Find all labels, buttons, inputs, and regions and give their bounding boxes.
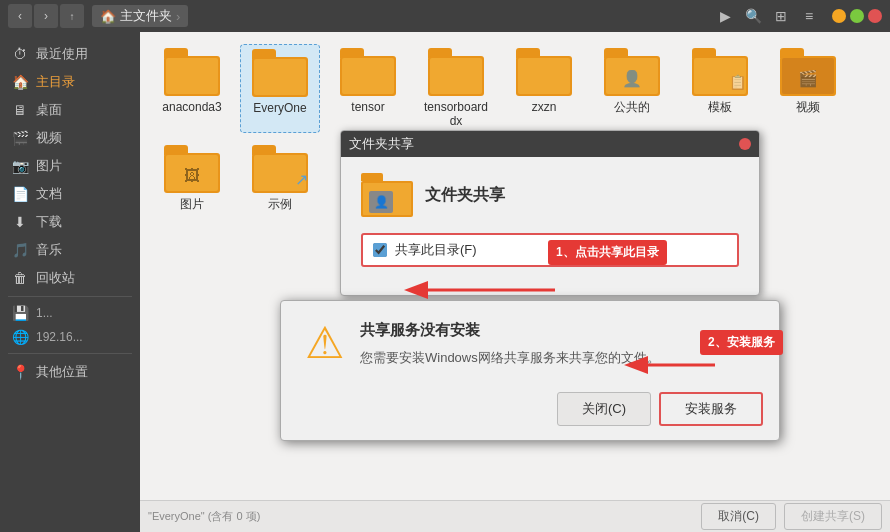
share-dialog: 文件夹共享 👤 文件夹共享 共享此目录(F) bbox=[340, 130, 760, 296]
share-checkbox-label[interactable]: 共享此目录(F) bbox=[395, 241, 477, 259]
folder-icon-example: ↗ bbox=[252, 145, 308, 193]
sidebar-item-picture[interactable]: 📷 图片 bbox=[0, 152, 140, 180]
file-item-example[interactable]: ↗ 示例 bbox=[240, 141, 320, 215]
folder-icon-tensor bbox=[340, 48, 396, 96]
share-dialog-title: 文件夹共享 bbox=[349, 135, 414, 153]
title-bar: ‹ › ↑ 🏠 主文件夹 › ▶ 🔍 ⊞ ≡ bbox=[0, 0, 890, 32]
warn-content: 共享服务没有安装 您需要安装Windows网络共享服务来共享您的文件。 bbox=[360, 321, 755, 368]
search-icon[interactable]: 🔍 bbox=[742, 5, 764, 27]
annotation-2: 2、安装服务 bbox=[700, 330, 783, 355]
trash-icon: 🗑 bbox=[12, 270, 28, 286]
home-icon: 🏠 bbox=[100, 9, 116, 24]
share-dialog-controls bbox=[739, 138, 751, 150]
create-share-button[interactable]: 创建共享(S) bbox=[784, 503, 882, 530]
sidebar-item-home[interactable]: 🏠 主目录 bbox=[0, 68, 140, 96]
sidebar-label-music: 音乐 bbox=[36, 241, 62, 259]
desktop-icon: 🖥 bbox=[12, 102, 28, 118]
back-button[interactable]: ‹ bbox=[8, 4, 32, 28]
share-header-title: 文件夹共享 bbox=[425, 185, 505, 206]
warn-close-button[interactable]: 关闭(C) bbox=[557, 392, 651, 426]
path-label: 主文件夹 bbox=[120, 7, 172, 25]
file-item-anaconda3[interactable]: anaconda3 bbox=[152, 44, 232, 133]
picture-icon: 📷 bbox=[12, 158, 28, 174]
forward-button[interactable]: › bbox=[34, 4, 58, 28]
video-icon: 🎬 bbox=[12, 130, 28, 146]
maximize-button[interactable] bbox=[850, 9, 864, 23]
sidebar-label-video: 视频 bbox=[36, 129, 62, 147]
sidebar-label-download: 下载 bbox=[36, 213, 62, 231]
sidebar-label-dev2: 192.16... bbox=[36, 330, 83, 344]
home-icon: 🏠 bbox=[12, 74, 28, 90]
file-item-everyone[interactable]: EveryOne bbox=[240, 44, 320, 133]
cancel-share-button[interactable]: 取消(C) bbox=[701, 503, 776, 530]
bottom-info: "EveryOne" (含有 0 项) bbox=[148, 509, 260, 524]
sidebar-item-video[interactable]: 🎬 视频 bbox=[0, 124, 140, 152]
sidebar-item-dev1[interactable]: 💾 1... bbox=[0, 301, 140, 325]
folder-icon-anaconda3 bbox=[164, 48, 220, 96]
sidebar-item-desktop[interactable]: 🖥 桌面 bbox=[0, 96, 140, 124]
bottom-bar: "EveryOne" (含有 0 项) 取消(C) 创建共享(S) bbox=[140, 500, 890, 532]
other-icon: 📍 bbox=[12, 364, 28, 380]
sidebar-divider-2 bbox=[8, 353, 132, 354]
minimize-button[interactable] bbox=[832, 9, 846, 23]
annotation-1: 1、点击共享此目录 bbox=[548, 240, 667, 265]
sidebar-label-document: 文档 bbox=[36, 185, 62, 203]
menu-icon[interactable]: ≡ bbox=[798, 5, 820, 27]
sidebar-label-picture: 图片 bbox=[36, 157, 62, 175]
sidebar-section-other: 📍 其他位置 bbox=[0, 358, 140, 386]
play-icon[interactable]: ▶ bbox=[714, 5, 736, 27]
share-dialog-titlebar: 文件夹共享 bbox=[341, 131, 759, 157]
sidebar-label-trash: 回收站 bbox=[36, 269, 75, 287]
folder-icon-tensorboardx bbox=[428, 48, 484, 96]
file-item-public[interactable]: 👤 公共的 bbox=[592, 44, 672, 133]
grid-icon[interactable]: ⊞ bbox=[770, 5, 792, 27]
window-controls bbox=[832, 9, 882, 23]
sidebar-item-download[interactable]: ⬇ 下载 bbox=[0, 208, 140, 236]
sidebar-label-recent: 最近使用 bbox=[36, 45, 88, 63]
file-label-example: 示例 bbox=[268, 197, 292, 211]
sidebar-label-home: 主目录 bbox=[36, 73, 75, 91]
file-item-template[interactable]: 📋 模板 bbox=[680, 44, 760, 133]
path-bar[interactable]: 🏠 主文件夹 › bbox=[92, 5, 188, 27]
warn-triangle-icon: ⚠ bbox=[305, 321, 344, 365]
file-label-zxzn: zxzn bbox=[532, 100, 557, 114]
file-label-anaconda3: anaconda3 bbox=[162, 100, 221, 114]
file-label-public: 公共的 bbox=[614, 100, 650, 114]
device2-icon: 🌐 bbox=[12, 329, 28, 345]
file-item-zxzn[interactable]: zxzn bbox=[504, 44, 584, 133]
sidebar-label-desktop: 桌面 bbox=[36, 101, 62, 119]
share-checkbox[interactable] bbox=[373, 243, 387, 257]
sidebar-item-recent[interactable]: ⏱ 最近使用 bbox=[0, 40, 140, 68]
sidebar-item-trash[interactable]: 🗑 回收站 bbox=[0, 264, 140, 292]
warn-dialog: ⚠ 共享服务没有安装 您需要安装Windows网络共享服务来共享您的文件。 关闭… bbox=[280, 300, 780, 441]
sidebar-item-dev2[interactable]: 🌐 192.16... bbox=[0, 325, 140, 349]
warn-install-button[interactable]: 安装服务 bbox=[659, 392, 763, 426]
warn-buttons: 关闭(C) 安装服务 bbox=[281, 384, 779, 440]
up-button[interactable]: ↑ bbox=[60, 4, 84, 28]
folder-icon-video: 🎬 bbox=[780, 48, 836, 96]
share-close-button[interactable] bbox=[739, 138, 751, 150]
document-icon: 📄 bbox=[12, 186, 28, 202]
device1-icon: 💾 bbox=[12, 305, 28, 321]
file-label-tensorboardx: tensorboarddx bbox=[424, 100, 488, 129]
warn-title: 共享服务没有安装 bbox=[360, 321, 755, 340]
file-item-tensorboardx[interactable]: tensorboarddx bbox=[416, 44, 496, 133]
file-label-tensor: tensor bbox=[351, 100, 384, 114]
file-item-tensor[interactable]: tensor bbox=[328, 44, 408, 133]
sidebar-item-music[interactable]: 🎵 音乐 bbox=[0, 236, 140, 264]
folder-icon-picture: 🖼 bbox=[164, 145, 220, 193]
warn-message: 您需要安装Windows网络共享服务来共享您的文件。 bbox=[360, 348, 755, 368]
file-item-video[interactable]: 🎬 视频 bbox=[768, 44, 848, 133]
sidebar-item-other[interactable]: 📍 其他位置 bbox=[0, 358, 140, 386]
sidebar-label-other: 其他位置 bbox=[36, 363, 88, 381]
file-item-picture[interactable]: 🖼 图片 bbox=[152, 141, 232, 215]
sidebar-item-document[interactable]: 📄 文档 bbox=[0, 180, 140, 208]
close-button[interactable] bbox=[868, 9, 882, 23]
sidebar-section-devices: 💾 1... 🌐 192.16... bbox=[0, 301, 140, 349]
folder-icon-zxzn bbox=[516, 48, 572, 96]
folder-icon-everyone bbox=[252, 49, 308, 97]
file-label-picture: 图片 bbox=[180, 197, 204, 211]
share-folder-icon: 👤 bbox=[361, 173, 413, 217]
music-icon: 🎵 bbox=[12, 242, 28, 258]
sidebar: ⏱ 最近使用 🏠 主目录 🖥 桌面 🎬 视频 📷 图片 bbox=[0, 32, 140, 532]
